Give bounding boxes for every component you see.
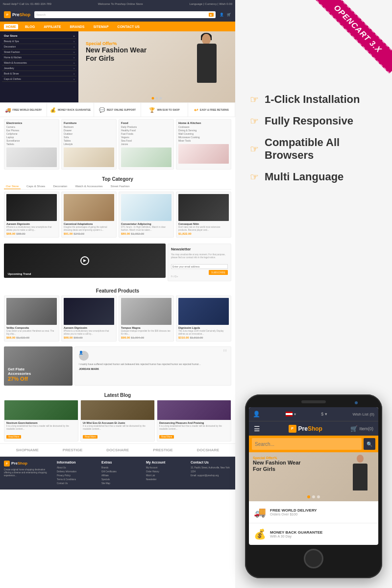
phone-wishlist[interactable]: Wish List (0) — [353, 412, 374, 416]
product-shirt[interactable]: Aareem Dignissim iPhone is a revolutiona… — [4, 192, 59, 238]
sidebar-beauty[interactable]: Beauty & Spa › — [2, 39, 76, 44]
phone-top-bar: 👤 ▾ $ ▾ Wish List (0) — [249, 407, 378, 421]
phone-home-button[interactable] — [304, 549, 323, 568]
featured-camera-desc: Cras Dolor a tur posuelen Hendreet ac en… — [6, 330, 57, 336]
product-necklace-img — [121, 194, 172, 221]
feature-money-text: MONEY BACK GUARANTEE — [58, 108, 91, 111]
phone-dot-3[interactable] — [317, 495, 320, 498]
blog-post-3[interactable]: Denouncing Pleasure And Praising It is a… — [157, 400, 231, 441]
tab-watch[interactable]: Watch & Accessories — [73, 184, 104, 189]
blog-post-2[interactable]: Ut Wisi Eos Et Accusam Et Justo It is a … — [80, 400, 155, 441]
hamburger-icon[interactable]: ☰ — [254, 425, 260, 433]
cat-electronics-img — [6, 147, 57, 167]
feature-win-text: WIN $100 TO SHOP — [157, 108, 179, 111]
product-handbag[interactable]: Consequat Nitin Don't take risk on the w… — [176, 192, 231, 238]
cat-food-title: Food — [121, 122, 172, 124]
blog-grid: Nostrum Exercitationem It is a long esta… — [4, 400, 231, 441]
phone-moneyback-subtitle: With A 30 Day — [270, 535, 322, 538]
blog-read-more-1[interactable]: Read More — [6, 435, 21, 439]
footer-privacy[interactable]: Privacy Policy — [57, 474, 98, 478]
sidebar-our-store[interactable]: Our Store › — [2, 33, 76, 39]
product-bag[interactable]: Canonical Adaptations Imagine the advant… — [61, 192, 117, 238]
nav-home[interactable]: HOME — [4, 24, 18, 29]
phone-dot-1[interactable] — [307, 495, 310, 498]
footer-affiliate[interactable]: Affiliate — [101, 474, 142, 478]
footer-specials[interactable]: Specials — [101, 478, 142, 482]
sidebar-home[interactable]: Home & Kitchen › — [2, 55, 76, 60]
phone-search-button[interactable]: 🔍 — [364, 438, 375, 450]
cart-icon[interactable]: 🛒 — [227, 13, 231, 17]
feature-row-4: ☞ Multi Language — [250, 171, 382, 183]
phone-search-input[interactable] — [252, 438, 362, 450]
nav-brands[interactable]: BRANDS — [68, 24, 87, 29]
blog-read-more-2[interactable]: Read More — [83, 435, 98, 439]
featured-blue-shirt[interactable]: Dignissim Ligula The Jura mega 1034 mode… — [176, 295, 231, 342]
phone-currency[interactable]: $ ▾ — [321, 412, 327, 416]
footer-info-title: Information — [57, 461, 98, 464]
product-shirt-name: Aareem Dignissim — [6, 222, 57, 225]
footer-order[interactable]: Order History — [146, 470, 187, 474]
featured-polo[interactable]: Aareem Dignissim iPhone is a revolutiona… — [61, 295, 117, 342]
tab-caps-shoes[interactable]: Caps & Shoes — [24, 184, 47, 189]
category-food[interactable]: Food Daily ProductsHealthy FoodFast Food… — [119, 119, 174, 170]
tab-street[interactable]: Street Fashion — [109, 184, 132, 189]
footer-logo-text: PreShop — [11, 461, 27, 466]
video-block[interactable]: ▶ Upcoming Trend — [4, 244, 166, 278]
footer-terms[interactable]: Terms & Conditions — [57, 478, 98, 482]
phone-frame: 👤 ▾ $ ▾ Wish List (0) ☰ P PreSh — [245, 394, 382, 578]
phone-dot-2[interactable] — [312, 495, 315, 498]
newsletter-subscribe-button[interactable]: SUBSCRIBE — [209, 270, 228, 275]
footer-contact[interactable]: Contact Us — [57, 482, 98, 486]
promo-block[interactable]: Get FlateAccessories 27% Off — [4, 346, 73, 386]
nav-affiliate[interactable]: AFFILIATE — [42, 24, 63, 29]
featured-blue-img — [178, 298, 229, 325]
featured-camera-name: Velibu Composita — [6, 326, 57, 329]
phone-mockup: 👤 ▾ $ ▾ Wish List (0) ☰ P PreSh — [245, 394, 382, 578]
featured-camera[interactable]: Velibu Composita Cras Dolor a tur posuel… — [4, 295, 59, 342]
search-button[interactable]: ▶ — [209, 13, 214, 17]
footer-about[interactable]: About Us — [57, 466, 98, 470]
tab-decoration[interactable]: Decoration — [51, 184, 69, 189]
phone-cart-icon: 🛒 — [350, 425, 358, 432]
blog-read-more-3[interactable]: Read More — [159, 435, 174, 439]
user-icon[interactable]: 👤 — [220, 13, 224, 17]
product-necklace[interactable]: Consectetur Adipiscing DTC forum - In Hi… — [119, 192, 174, 238]
phone-cart[interactable]: 🛒 Item(0) — [350, 425, 373, 432]
sidebar-street[interactable]: Street Fashion › — [2, 49, 76, 55]
blog-content-1: Nostrum Exercitationem It is a long esta… — [4, 420, 78, 441]
footer-delivery[interactable]: Delivery Information — [57, 470, 98, 474]
hero-dot-2[interactable] — [156, 97, 158, 99]
sidebar-book[interactable]: Book & Straw › — [2, 71, 76, 76]
header-search[interactable]: Search ▶ — [34, 11, 216, 18]
tab-our-store[interactable]: Our Store — [4, 184, 21, 189]
phone-speaker — [301, 400, 326, 403]
nav-contact[interactable]: CONTACT US — [116, 24, 142, 29]
nav-sitemap[interactable]: SITEMAP — [91, 24, 110, 29]
hero-dot-1[interactable] — [152, 97, 154, 99]
top-category-title: Top Category — [4, 173, 231, 184]
nav-blog[interactable]: BLOG — [23, 24, 37, 29]
footer-gift[interactable]: Gift Certificates — [101, 470, 142, 474]
phone-language-selector[interactable]: ▾ — [286, 412, 296, 416]
footer-newsletter[interactable]: Newsletter — [146, 478, 187, 482]
category-electronics[interactable]: Electronics CameraEar PhonesCellphoneLap… — [4, 119, 59, 170]
hero-dot-3[interactable] — [160, 97, 162, 99]
category-home[interactable]: Home & Kitchen CookwareDining & ServingW… — [176, 119, 231, 170]
product-handbag-img — [178, 194, 229, 221]
sidebar-jewellery[interactable]: Jewellery › — [2, 66, 76, 71]
blog-post-1[interactable]: Nostrum Exercitationem It is a long esta… — [4, 400, 78, 441]
footer-brands[interactable]: Brands — [101, 466, 142, 470]
newsletter-email[interactable] — [171, 264, 228, 269]
featured-tshirt[interactable]: Tempus Magna Quisque tristique imperdiet… — [119, 295, 174, 342]
play-button[interactable]: ▶ — [80, 256, 89, 265]
sidebar-caps[interactable]: Caps & Clothes › — [2, 76, 76, 82]
footer-account-title: My Account — [146, 461, 187, 464]
footer-col-account: My Account My Account Order History Wish… — [146, 461, 187, 486]
category-furniture[interactable]: Furniture BedroomDrawerOutdoorSofaTables… — [61, 119, 117, 170]
sidebar-watch[interactable]: Watch & Accessories › — [2, 60, 76, 66]
sidebar-decoration[interactable]: Decoration › — [2, 44, 76, 49]
cat-furniture-img — [64, 147, 114, 167]
footer-my-account[interactable]: My Account — [146, 466, 187, 470]
footer-wishlist[interactable]: Wish List — [146, 474, 187, 478]
footer-sitemap[interactable]: Site Map — [101, 482, 142, 486]
